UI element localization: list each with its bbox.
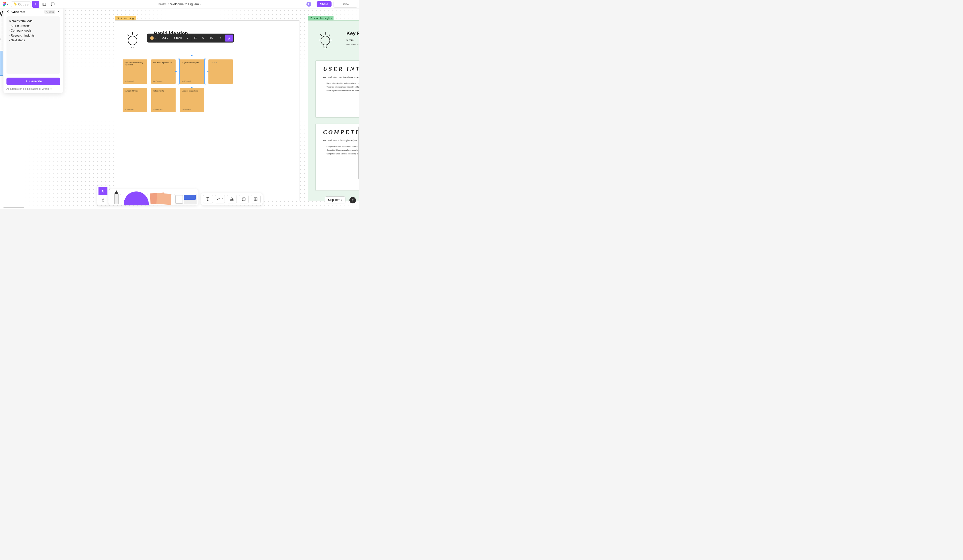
- shape-tool-slot[interactable]: ⌃: [124, 189, 149, 206]
- font-size-dropdown[interactable]: Small▾: [172, 34, 191, 42]
- selection-handle[interactable]: [204, 58, 206, 60]
- connector-dot[interactable]: [191, 55, 193, 56]
- chevron-down-icon[interactable]: ▾: [200, 3, 201, 5]
- research-frame[interactable]: Key Findings 5 min Let's review the k US…: [308, 20, 359, 201]
- horizontal-scrollbar-thumb[interactable]: [3, 207, 24, 208]
- prompt-textarea[interactable]: [6, 16, 60, 74]
- brainstorm-frame[interactable]: Rapid ideation 6 min Improve the onboard…: [115, 20, 300, 201]
- circle-shape-icon: [124, 191, 149, 206]
- highlight-button[interactable]: [225, 34, 233, 42]
- connector-icon: [216, 197, 221, 201]
- selection-handle[interactable]: [178, 84, 180, 85]
- zoom-in-button[interactable]: +: [351, 1, 357, 8]
- ai-disclaimer: AI outputs can be misleading or wrong i: [6, 87, 60, 90]
- share-button[interactable]: Share: [317, 1, 332, 7]
- selection-handle[interactable]: [178, 58, 180, 60]
- topbar: ▾ ✨ 06:00 Drafts / Welcome to FigJam ▾ L…: [0, 0, 359, 8]
- comment-button[interactable]: [49, 1, 56, 8]
- widget-tool-slot[interactable]: [174, 189, 196, 206]
- pencil-tool-slot[interactable]: ⌃: [110, 189, 122, 206]
- bullet: Competitor B has a strong focus on colla…: [327, 149, 359, 151]
- list-icon: [218, 36, 222, 40]
- chevron-up-icon[interactable]: ⌃: [146, 193, 148, 196]
- sticky-author: Liz (Personal): [153, 108, 173, 110]
- chevron-up-icon[interactable]: ⌃: [222, 198, 224, 201]
- info-icon[interactable]: i: [50, 88, 52, 90]
- sticky-note-selected[interactable]: AI generate meal plan Liz (Personal): [180, 60, 204, 84]
- breadcrumb-separator: /: [168, 2, 169, 6]
- section-icon: [242, 197, 246, 201]
- hand-tool[interactable]: [99, 196, 107, 204]
- connector-dot[interactable]: [175, 71, 177, 72]
- bottom-toolbar: ⌃ ⌃ ⌃ T ⌃: [97, 186, 263, 206]
- breadcrumb-drafts[interactable]: Drafts: [158, 2, 167, 6]
- bullet: Users value simplicity and ease of use i…: [327, 82, 359, 84]
- generate-title: Generate: [11, 10, 42, 14]
- brainstorm-frame-label[interactable]: Brainstorming: [115, 16, 136, 20]
- panel-toggle-button[interactable]: [41, 1, 48, 8]
- sticky-note[interactable]: Multiselect DeleteLiz (Personal): [123, 88, 147, 112]
- close-button[interactable]: [57, 10, 60, 14]
- generate-header: Generate AI beta: [6, 10, 60, 14]
- card-heading: USER INTERV: [323, 66, 359, 72]
- color-picker-button[interactable]: ▾: [148, 34, 158, 42]
- zoom-out-button[interactable]: −: [334, 1, 340, 8]
- svg-rect-27: [242, 198, 243, 198]
- card-paragraph: We conducted a thorough analysis underst…: [323, 139, 359, 142]
- bold-button[interactable]: B: [192, 34, 199, 42]
- sticky-note[interactable]: AutocompleteLiz (Personal): [151, 88, 175, 112]
- blue-sticky-peek[interactable]: [0, 51, 3, 76]
- card-paragraph: We conducted user interviews to needs an…: [323, 76, 359, 79]
- chevron-up-icon[interactable]: ⌃: [170, 193, 172, 196]
- table-tool[interactable]: [251, 195, 261, 203]
- vertical-scrollbar-thumb[interactable]: [358, 126, 359, 179]
- hand-icon: [101, 198, 105, 202]
- research-frame-label[interactable]: Research insights: [308, 16, 334, 20]
- stamp-tool[interactable]: [227, 195, 237, 203]
- text-tool[interactable]: T: [203, 195, 213, 203]
- select-tool[interactable]: [99, 187, 107, 195]
- font-style-button[interactable]: Aa▾: [159, 34, 170, 42]
- sticky-note[interactable]: Add a bulk input featuresLiz (Personal): [151, 60, 175, 84]
- list-button[interactable]: [216, 34, 224, 42]
- ai-generate-button[interactable]: [32, 1, 39, 8]
- sticky-text: Add text: [211, 62, 231, 82]
- breadcrumb-title[interactable]: Welcome to FigJam: [170, 2, 199, 6]
- chevron-down-icon: ▾: [348, 3, 349, 5]
- figma-menu-button[interactable]: ▾: [2, 1, 9, 8]
- chevron-up-icon[interactable]: ⌃: [120, 193, 122, 196]
- side-tools-group: T ⌃: [201, 193, 263, 206]
- zoom-level[interactable]: 50%▾: [340, 3, 351, 6]
- connector-tool[interactable]: ⌃: [215, 195, 225, 203]
- skip-intro-button[interactable]: Skip intro›: [325, 196, 345, 203]
- table-icon: [253, 197, 258, 201]
- sticky-note[interactable]: Improve the onboarding experienceLiz (Pe…: [123, 60, 147, 84]
- sticky-text: Location suggestions: [182, 90, 202, 108]
- chevron-down-icon[interactable]: ▾: [313, 3, 315, 5]
- generate-button[interactable]: Generate: [6, 78, 60, 85]
- breadcrumb: Drafts / Welcome to FigJam ▾: [158, 2, 202, 6]
- text-format-toolbar: ▾ Aa▾ Small▾ B S: [147, 34, 234, 42]
- timer-pill[interactable]: ✨ 06:00: [11, 2, 31, 7]
- color-swatch-icon: [150, 36, 154, 40]
- strikethrough-button[interactable]: S: [199, 34, 206, 42]
- card-bullets: Competitor A has a more robust feature s…: [323, 145, 359, 155]
- user-interview-card[interactable]: USER INTERV We conducted user interviews…: [315, 60, 359, 118]
- user-avatar[interactable]: L: [306, 2, 311, 7]
- section-tool[interactable]: [239, 195, 249, 203]
- sticky-text: Multiselect Delete: [125, 90, 145, 108]
- panel-icon: [42, 2, 46, 6]
- sticky-note[interactable]: Location suggestionsLiz (Personal): [180, 88, 204, 112]
- svg-rect-24: [230, 200, 233, 201]
- sticky-tool-slot[interactable]: ⌃: [150, 189, 173, 206]
- competitor-card[interactable]: COMPETITOR We conducted a thorough analy…: [315, 124, 359, 191]
- help-button[interactable]: ?: [349, 197, 356, 203]
- selection-handle[interactable]: [204, 84, 206, 85]
- back-button[interactable]: [6, 10, 10, 14]
- sticky-note-placeholder[interactable]: Add text: [208, 60, 233, 84]
- svg-point-3: [128, 36, 137, 45]
- svg-rect-1: [43, 3, 46, 5]
- link-button[interactable]: [207, 34, 216, 42]
- close-icon: [57, 10, 60, 13]
- lightbulb-icon: [317, 29, 333, 52]
